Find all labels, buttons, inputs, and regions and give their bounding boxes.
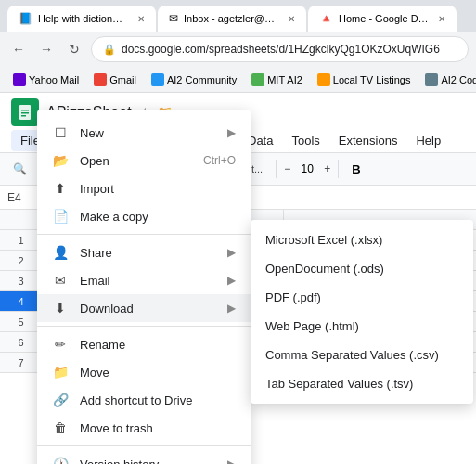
file-menu-section-4: 🕐 Version history ▶ ⊙ Make available off…: [37, 446, 251, 464]
download-ods[interactable]: OpenDocument (.ods): [251, 254, 473, 283]
tab-3[interactable]: 🔺 Home - Google Drive ✕: [308, 6, 457, 32]
file-menu-dropdown: ☐ New ▶ 📂 Open Ctrl+O ⬆ Import 📄 Make a …: [37, 110, 251, 464]
share-icon: 👤: [52, 245, 69, 260]
download-html[interactable]: Web Page (.html): [251, 312, 473, 341]
download-tsv[interactable]: Tab Separated Values (.tsv): [251, 369, 473, 398]
tab-3-label: Home - Google Drive: [339, 13, 429, 24]
tab-2-label: Inbox - agetzler@gmail.com - Gmai: [184, 13, 278, 24]
file-new[interactable]: ☐ New ▶: [37, 119, 251, 147]
reload-button[interactable]: ↻: [63, 38, 85, 60]
gmail-icon: [94, 73, 107, 86]
tab-3-close[interactable]: ✕: [438, 14, 445, 24]
bookmark-mit-ai2[interactable]: MIT AI2: [246, 71, 308, 88]
file-import-label: Import: [80, 182, 236, 196]
email-icon: ✉: [52, 273, 69, 288]
menu-tools[interactable]: Tools: [282, 130, 328, 151]
bookmark-tv-listings[interactable]: Local TV Listings: [312, 71, 417, 88]
download-icon: ⬇: [52, 301, 69, 316]
history-icon: 🕐: [52, 457, 69, 464]
file-new-label: New: [80, 126, 216, 140]
file-open[interactable]: 📂 Open Ctrl+O: [37, 147, 251, 174]
toolbar-plus[interactable]: +: [324, 162, 330, 175]
file-email-label: Email: [80, 274, 216, 288]
file-trash-label: Move to trash: [80, 421, 236, 435]
tab-2-close[interactable]: ✕: [288, 14, 295, 24]
forward-button[interactable]: →: [35, 38, 58, 60]
trash-icon: 🗑: [52, 420, 69, 435]
toolbar-bold[interactable]: B: [346, 161, 366, 178]
bookmark-ai2-code[interactable]: AI2 Code Server: [419, 71, 476, 88]
file-copy-label: Make a copy: [80, 210, 236, 224]
download-arrow: ▶: [227, 302, 236, 315]
toolbar-sep-4: [276, 160, 277, 178]
file-download[interactable]: ⬇ Download ▶: [37, 294, 251, 322]
file-move-label: Move: [80, 366, 236, 380]
yahoo-icon: [13, 73, 26, 86]
file-shortcut-label: Add shortcut to Drive: [80, 393, 236, 407]
download-xlsx[interactable]: Microsoft Excel (.xlsx): [251, 226, 473, 254]
toolbar-sep-5: [338, 160, 339, 178]
bookmark-mit-ai2-label: MIT AI2: [267, 74, 302, 85]
file-share[interactable]: 👤 Share ▶: [37, 238, 251, 266]
file-history-label: Version history: [80, 458, 216, 465]
browser-tabs-bar: 📘 Help with dictionary Bild - MIT App ✕ …: [0, 0, 476, 32]
bookmark-yahoo[interactable]: Yahoo Mail: [7, 71, 84, 88]
tab-1[interactable]: 📘 Help with dictionary Bild - MIT App ✕: [7, 6, 156, 32]
new-arrow: ▶: [227, 126, 236, 139]
share-arrow: ▶: [227, 246, 236, 259]
download-csv[interactable]: Comma Separated Values (.csv): [251, 341, 473, 369]
copy-icon: 📄: [52, 209, 69, 224]
address-text: docs.google.com/spreadsheets/d/1HZgkclky…: [122, 43, 440, 56]
file-import[interactable]: ⬆ Import: [37, 174, 251, 202]
file-rename[interactable]: ✏ Rename: [37, 330, 251, 358]
menu-help[interactable]: Help: [406, 130, 450, 151]
tab-1-close[interactable]: ✕: [137, 14, 145, 24]
import-icon: ⬆: [52, 181, 69, 196]
ai2-community-icon: [151, 73, 164, 86]
toolbar-minus[interactable]: −: [284, 162, 290, 175]
address-bar[interactable]: 🔒 docs.google.com/spreadsheets/d/1HZgkcl…: [91, 36, 469, 62]
history-arrow: ▶: [227, 458, 236, 464]
svg-rect-3: [21, 115, 26, 117]
sheets-logo: [11, 98, 39, 126]
download-pdf[interactable]: PDF (.pdf): [251, 283, 473, 312]
file-version-history[interactable]: 🕐 Version history ▶: [37, 450, 251, 464]
tv-listings-icon: [317, 73, 330, 86]
toolbar-search[interactable]: 🔍: [7, 160, 32, 178]
email-arrow: ▶: [227, 274, 236, 287]
file-menu-section-3: ✏ Rename 📁 Move 🔗 Add shortcut to Drive …: [37, 327, 251, 446]
file-menu-section-1: ☐ New ▶ 📂 Open Ctrl+O ⬆ Import 📄 Make a …: [37, 115, 251, 235]
back-button[interactable]: ←: [7, 38, 30, 60]
mit-ai2-icon: [251, 73, 264, 86]
download-submenu: Microsoft Excel (.xlsx) OpenDocument (.o…: [251, 220, 473, 404]
menu-extensions[interactable]: Extensions: [329, 130, 407, 151]
tab-1-label: Help with dictionary Bild - MIT App: [38, 13, 128, 24]
bookmark-yahoo-label: Yahoo Mail: [29, 74, 79, 85]
bookmark-gmail[interactable]: Gmail: [88, 71, 142, 88]
bookmark-gmail-label: Gmail: [109, 74, 136, 85]
file-add-shortcut[interactable]: 🔗 Add shortcut to Drive: [37, 386, 251, 414]
file-move[interactable]: 📁 Move: [37, 358, 251, 386]
shortcut-icon: 🔗: [52, 393, 69, 407]
ai2-code-icon: [425, 73, 438, 86]
tab-2[interactable]: ✉ Inbox - agetzler@gmail.com - Gmai ✕: [158, 6, 306, 32]
svg-rect-1: [21, 110, 29, 111]
file-menu-section-2: 👤 Share ▶ ✉ Email ▶ ⬇ Download ▶: [37, 235, 251, 327]
file-copy[interactable]: 📄 Make a copy: [37, 202, 251, 230]
file-open-label: Open: [80, 154, 192, 168]
open-shortcut: Ctrl+O: [203, 154, 236, 167]
move-icon: 📁: [52, 365, 69, 380]
file-rename-label: Rename: [80, 338, 236, 352]
file-email[interactable]: ✉ Email ▶: [37, 266, 251, 294]
bookmarks-bar: Yahoo Mail Gmail AI2 Community MIT AI2 L…: [0, 67, 476, 93]
bookmark-tv-listings-label: Local TV Listings: [333, 74, 411, 85]
toolbar-font-size[interactable]: 10: [294, 162, 320, 175]
new-icon: ☐: [52, 125, 69, 140]
lock-icon: 🔒: [103, 44, 116, 56]
bookmark-ai2-community[interactable]: AI2 Community: [146, 71, 242, 88]
bookmark-ai2-community-label: AI2 Community: [167, 74, 237, 85]
bookmark-ai2-code-label: AI2 Code Server: [441, 74, 476, 85]
svg-rect-2: [21, 112, 29, 114]
open-icon: 📂: [52, 153, 69, 168]
file-trash[interactable]: 🗑 Move to trash: [37, 414, 251, 442]
